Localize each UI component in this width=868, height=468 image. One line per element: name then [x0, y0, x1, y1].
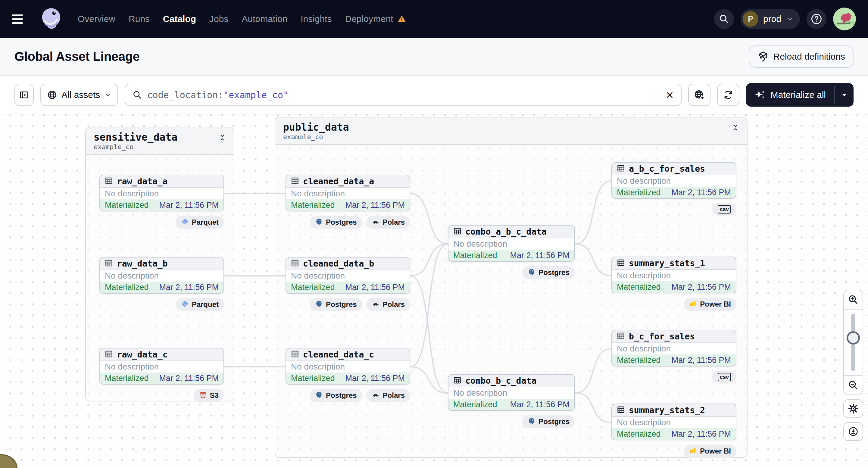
- asset-card[interactable]: summary_stats_2 No description Materiali…: [611, 404, 736, 440]
- nav-item-runs[interactable]: Runs: [129, 14, 150, 24]
- asset-node-cleaned_data_b[interactable]: cleaned_data_b No description Materializ…: [285, 257, 410, 311]
- asset-timestamp[interactable]: Mar 2, 11:56 PM: [671, 430, 731, 439]
- asset-timestamp[interactable]: Mar 2, 11:56 PM: [671, 356, 731, 365]
- asset-status: Materialized: [291, 374, 335, 383]
- compute-kind-tag-polars[interactable]: Polars: [367, 298, 410, 311]
- asset-node-summary_stats_1[interactable]: summary_stats_1 No description Materiali…: [611, 257, 736, 311]
- compute-kind-tag-parquet[interactable]: Parquet: [176, 216, 224, 229]
- asset-timestamp[interactable]: Mar 2, 11:56 PM: [159, 283, 219, 292]
- user-avatar[interactable]: [833, 7, 856, 30]
- compute-kind-tag-powerbi[interactable]: Power BI: [684, 444, 736, 458]
- gear-icon: [848, 403, 859, 414]
- polars-icon: [372, 391, 380, 400]
- caret-down-icon: [840, 91, 848, 99]
- asset-description: No description: [100, 188, 223, 199]
- asset-card[interactable]: summary_stats_1 No description Materiali…: [611, 257, 736, 293]
- asset-card[interactable]: cleaned_data_a No description Materializ…: [285, 175, 410, 211]
- global-search-button[interactable]: [714, 9, 734, 29]
- asset-card[interactable]: raw_data_b No description Materialized M…: [99, 257, 224, 293]
- asset-timestamp[interactable]: Mar 2, 11:56 PM: [345, 374, 405, 383]
- asset-header: cleaned_data_b: [286, 257, 410, 270]
- tag-label: Polars: [383, 391, 405, 400]
- asset-node-cleaned_data_c[interactable]: cleaned_data_c No description Materializ…: [285, 348, 410, 402]
- nav-item-overview[interactable]: Overview: [78, 14, 115, 24]
- asset-status-row: Materialized Mar 2, 11:56 PM: [100, 373, 223, 384]
- asset-timestamp[interactable]: Mar 2, 11:56 PM: [345, 283, 405, 292]
- download-icon: [848, 426, 859, 437]
- compute-kind-tag-postgres[interactable]: Postgres: [522, 415, 575, 428]
- asset-node-raw_data_a[interactable]: raw_data_a No description Materialized M…: [99, 175, 224, 229]
- chevron-down-icon: [104, 91, 112, 98]
- asset-timestamp[interactable]: Mar 2, 11:56 PM: [510, 251, 569, 260]
- asset-node-a_b_c_for_sales[interactable]: a_b_c_for_sales No description Materiali…: [611, 162, 736, 216]
- asset-timestamp[interactable]: Mar 2, 11:56 PM: [345, 200, 405, 210]
- asset-status: Materialized: [617, 430, 661, 439]
- asset-card[interactable]: raw_data_a No description Materialized M…: [99, 175, 224, 211]
- asset-status-row: Materialized Mar 2, 11:56 PM: [286, 373, 410, 384]
- compute-kind-tag-polars[interactable]: Polars: [367, 216, 410, 229]
- zoom-slider[interactable]: [844, 310, 863, 375]
- asset-node-combo_b_c_data[interactable]: combo_b_c_data No description Materializ…: [448, 374, 575, 428]
- zoom-in-button[interactable]: [844, 290, 863, 310]
- asset-timestamp[interactable]: Mar 2, 11:56 PM: [159, 200, 219, 210]
- deployment-switcher[interactable]: P prod: [741, 9, 800, 29]
- asset-timestamp[interactable]: Mar 2, 11:56 PM: [671, 282, 731, 292]
- asset-search-input[interactable]: code_location:"example_co" ×: [125, 84, 681, 106]
- help-button[interactable]: [807, 9, 827, 29]
- zoom-slider-knob[interactable]: [847, 331, 860, 345]
- settings-button[interactable]: [843, 399, 863, 418]
- compute-kind-tag-postgres[interactable]: Postgres: [310, 298, 362, 311]
- compute-kind-tag-postgres[interactable]: Postgres: [310, 389, 362, 402]
- compute-kind-tag-csv[interactable]: csv: [712, 371, 736, 383]
- compute-kind-tag-polars[interactable]: Polars: [367, 389, 410, 402]
- compute-kind-tag-postgres[interactable]: Postgres: [522, 266, 575, 279]
- asset-card[interactable]: combo_b_c_data No description Materializ…: [448, 374, 575, 411]
- asset-timestamp[interactable]: Mar 2, 11:56 PM: [510, 400, 569, 409]
- nav-item-insights[interactable]: Insights: [301, 14, 332, 24]
- refresh-button[interactable]: [717, 84, 739, 106]
- compute-kind-tag-s3[interactable]: S3: [194, 389, 224, 402]
- s3-icon: [199, 391, 207, 400]
- dagster-logo-icon[interactable]: [38, 4, 64, 33]
- nav-item-deployment[interactable]: Deployment: [345, 14, 407, 24]
- asset-card[interactable]: a_b_c_for_sales No description Materiali…: [611, 162, 736, 199]
- asset-timestamp[interactable]: Mar 2, 11:56 PM: [671, 188, 731, 197]
- zoom-out-button[interactable]: [844, 375, 863, 395]
- menu-button[interactable]: [12, 10, 29, 27]
- asset-card[interactable]: raw_data_c No description Materialized M…: [99, 348, 224, 384]
- asset-card[interactable]: cleaned_data_c No description Materializ…: [285, 348, 410, 384]
- nav-item-jobs[interactable]: Jobs: [209, 14, 228, 24]
- zoom-out-icon: [848, 380, 859, 391]
- csv-file-icon: csv: [718, 205, 731, 214]
- clear-search-button[interactable]: ×: [666, 89, 674, 101]
- compute-kind-tag-csv[interactable]: csv: [712, 203, 736, 216]
- asset-tags: PostgresPolars: [285, 298, 410, 311]
- asset-node-combo_a_b_c_data[interactable]: combo_a_b_c_data No description Material…: [448, 225, 575, 279]
- asset-card[interactable]: b_c_for_sales No description Materialize…: [611, 330, 736, 367]
- compute-kind-tag-parquet[interactable]: Parquet: [176, 298, 224, 311]
- reload-definitions-button[interactable]: Reload definitions: [749, 45, 854, 68]
- filter-to-graph-button[interactable]: [688, 84, 711, 106]
- question-mark-icon: [810, 12, 823, 26]
- asset-node-b_c_for_sales[interactable]: b_c_for_sales No description Materialize…: [611, 330, 736, 383]
- compute-kind-tag-postgres[interactable]: Postgres: [310, 216, 362, 229]
- refresh-icon: [723, 90, 733, 100]
- nav-item-automation[interactable]: Automation: [242, 14, 287, 24]
- asset-card[interactable]: cleaned_data_b No description Materializ…: [285, 257, 410, 293]
- nav-item-catalog[interactable]: Catalog: [163, 14, 196, 24]
- open-left-panel-button[interactable]: [14, 84, 34, 106]
- asset-node-raw_data_c[interactable]: raw_data_c No description Materialized M…: [99, 348, 224, 402]
- materialize-options-button[interactable]: [835, 83, 854, 106]
- materialize-all-button[interactable]: Materialize all: [746, 83, 834, 106]
- asset-timestamp[interactable]: Mar 2, 11:56 PM: [159, 374, 219, 383]
- asset-filter-dropdown[interactable]: All assets: [40, 84, 118, 106]
- compute-kind-tag-powerbi[interactable]: Power BI: [684, 298, 736, 311]
- lineage-edge: [410, 194, 448, 244]
- download-button[interactable]: [843, 422, 863, 441]
- lineage-canvas[interactable]: sensitive_data example_co public_data ex…: [0, 115, 868, 468]
- asset-node-cleaned_data_a[interactable]: cleaned_data_a No description Materializ…: [285, 175, 410, 229]
- asset-card[interactable]: combo_a_b_c_data No description Material…: [448, 225, 575, 262]
- asset-node-raw_data_b[interactable]: raw_data_b No description Materialized M…: [99, 257, 224, 311]
- asset-node-summary_stats_2[interactable]: summary_stats_2 No description Materiali…: [611, 404, 736, 458]
- asset-description: No description: [612, 417, 736, 428]
